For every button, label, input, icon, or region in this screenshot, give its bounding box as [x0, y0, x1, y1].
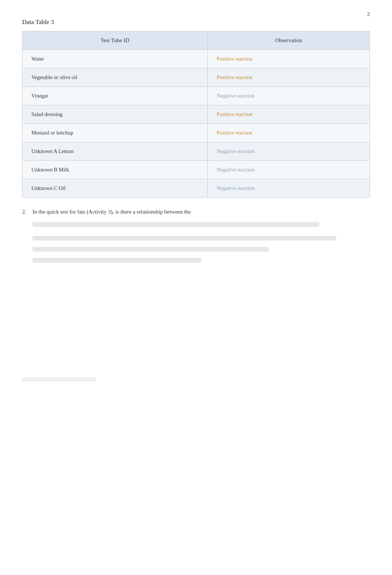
table-row: Unknown A LemonNegative reaction [23, 142, 370, 161]
footer-blurred [22, 375, 370, 384]
table-row: Unknown C OilNegative reaction [23, 179, 370, 198]
question-text: In the quick test for fats (Activity 3),… [32, 209, 191, 215]
cell-observation: Negative reaction [208, 179, 370, 198]
cell-test-tube-id: Mustard or ketchup [23, 124, 208, 142]
cell-observation: Negative reaction [208, 142, 370, 161]
table-row: VinegarNegative reaction [23, 87, 370, 105]
cell-test-tube-id: Unknown A Lemon [23, 142, 208, 161]
table-row: Salad dressingPositive reaction [23, 105, 370, 124]
question-2: 2. In the quick test for fats (Activity … [22, 209, 370, 215]
blurred-answer-line-1 [32, 220, 370, 229]
table-row: Vegetable or olive oilPositive reaction [23, 68, 370, 87]
cell-test-tube-id: Salad dressing [23, 105, 208, 124]
table-row: Unknown B MilkNegative reaction [23, 161, 370, 179]
page-number: 2 [367, 11, 370, 17]
cell-test-tube-id: Unknown B Milk [23, 161, 208, 179]
cell-observation: Negative reaction [208, 161, 370, 179]
table-row: WaterPositive reaction [23, 50, 370, 68]
answer-area [32, 220, 370, 265]
cell-test-tube-id: Vinegar [23, 87, 208, 105]
cell-observation: Positive reaction [208, 68, 370, 87]
cell-test-tube-id: Vegetable or olive oil [23, 68, 208, 87]
question-number: 2. [22, 209, 30, 215]
section-title: Data Table 3 [22, 18, 370, 26]
col-header-id: Test Tube ID [23, 31, 208, 50]
col-header-observation: Observation [208, 31, 370, 50]
cell-test-tube-id: Water [23, 50, 208, 68]
cell-observation: Negative reaction [208, 87, 370, 105]
question-section: 2. In the quick test for fats (Activity … [22, 209, 370, 265]
cell-test-tube-id: Unknown C Oil [23, 179, 208, 198]
data-table: Test Tube ID Observation WaterPositive r… [22, 31, 370, 198]
cell-observation: Positive reaction [208, 124, 370, 142]
cell-observation: Positive reaction [208, 50, 370, 68]
table-row: Mustard or ketchupPositive reaction [23, 124, 370, 142]
cell-observation: Positive reaction [208, 105, 370, 124]
blurred-answer-line-2 [32, 234, 370, 265]
